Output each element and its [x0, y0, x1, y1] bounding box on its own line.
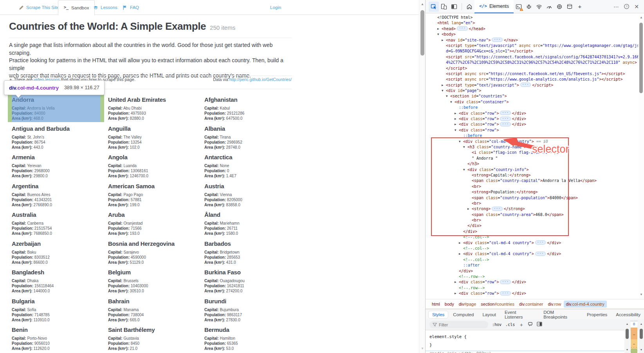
- expand-ellipsis-icon[interactable]: ···: [492, 207, 502, 211]
- dom-tree-line[interactable]: ::after: [426, 263, 638, 268]
- console-panel-icon[interactable]: [514, 2, 524, 12]
- breadcrumb-item[interactable]: div.container: [517, 301, 546, 308]
- expand-ellipsis-icon[interactable]: ···: [457, 26, 467, 31]
- element-state-icon[interactable]: [528, 322, 533, 328]
- scroll-up-arrow-icon[interactable]: ▲: [639, 16, 644, 19]
- dom-tree[interactable]: <!DOCTYPE html><html lang="en">▶<head>··…: [426, 15, 638, 298]
- scrollbar-thumb[interactable]: [640, 329, 643, 339]
- computed-sidebar-icon[interactable]: [537, 322, 542, 328]
- element-style-close[interactable]: }: [429, 341, 638, 349]
- dom-tree-line[interactable]: ▶<div class="row">···</div>: [426, 279, 638, 285]
- dom-tree-line[interactable]: <br>: [426, 184, 638, 189]
- toggle-hover-state-button[interactable]: :hov: [492, 322, 501, 327]
- scroll-down-arrow-icon[interactable]: ▼: [639, 348, 644, 351]
- more-options-icon[interactable]: ⋯: [611, 2, 621, 12]
- dom-tree-line[interactable]: <br>: [426, 201, 638, 206]
- dom-tree-line[interactable]: ▶<div class="col-md-4 country">···</div>: [426, 240, 638, 246]
- breadcrumb-item[interactable]: section#countries: [478, 301, 517, 308]
- element-style-rule[interactable]: element.style { }: [426, 330, 638, 353]
- dom-tree-line[interactable]: </h3>: [426, 161, 638, 167]
- data-source-link[interactable]: http://peric.github.io/GetCountries/: [229, 77, 292, 82]
- scroll-up-arrow-icon[interactable]: ▲: [639, 322, 644, 325]
- expand-arrow-icon[interactable]: ▶: [455, 111, 459, 116]
- dom-tree-line[interactable]: ▶<script type="text/javascript">···</scr…: [426, 83, 638, 88]
- dom-tree-line[interactable]: <span class="country-population">84000</…: [426, 195, 638, 201]
- dom-tree-line[interactable]: <!DOCTYPE html>: [426, 15, 638, 20]
- dom-tree-line[interactable]: </script>: [426, 66, 638, 71]
- dom-tree-line[interactable]: d=G-09N5RQCFG4&cx=c&_slc=1"></script>: [426, 49, 638, 54]
- scroll-up-arrow-icon[interactable]: ▲: [420, 2, 425, 6]
- dom-tree-line[interactable]: <script async src="https://connect.faceb…: [426, 71, 638, 77]
- dom-tree-line[interactable]: 4%2C77%2C67%2C109%2C59%2C58%2C31%2C96%2C…: [426, 60, 638, 65]
- collapse-arrow-icon[interactable]: ▼: [437, 32, 442, 37]
- expand-ellipsis-icon[interactable]: ···: [500, 280, 511, 284]
- dom-tree-line[interactable]: ▼<div class="country-info">: [426, 167, 638, 173]
- styles-tab-properties[interactable]: Properties: [583, 311, 611, 318]
- breadcrumb-item[interactable]: div.row: [545, 301, 563, 308]
- expand-arrow-icon[interactable]: ▶: [442, 38, 446, 43]
- dom-tree-line[interactable]: ▶<div class="col-md-4 country">···</div>: [426, 251, 638, 257]
- scroll-up-arrow-icon[interactable]: ▲: [625, 322, 630, 325]
- dom-tree-line[interactable]: <html lang="en">: [426, 20, 638, 26]
- expand-ellipsis-icon[interactable]: ···: [535, 240, 546, 245]
- scrollbar-thumb[interactable]: [626, 329, 629, 339]
- collapse-arrow-icon[interactable]: ▼: [459, 139, 463, 144]
- scroll-down-arrow-icon[interactable]: ▼: [639, 293, 644, 296]
- more-tabs-plus-icon[interactable]: +: [575, 2, 585, 12]
- expand-ellipsis-icon[interactable]: ···: [500, 111, 511, 115]
- expand-ellipsis-icon[interactable]: ···: [520, 83, 531, 87]
- toggle-class-button[interactable]: .cls: [505, 322, 515, 327]
- collapse-arrow-icon[interactable]: ▼: [442, 88, 446, 94]
- expand-arrow-icon[interactable]: ▶: [459, 240, 463, 246]
- nav-login-link[interactable]: Login: [270, 0, 281, 15]
- expand-ellipsis-icon[interactable]: ···: [500, 291, 511, 295]
- dom-tree-line[interactable]: <script type="text/javascript" async src…: [426, 43, 638, 49]
- styles-tab-dom-breakpoints[interactable]: DOM Breakpoints: [540, 309, 582, 321]
- dom-tree-line[interactable]: " Andorra ": [426, 156, 638, 161]
- dom-tree-line[interactable]: ▼<body>: [426, 32, 638, 37]
- welcome-home-icon[interactable]: [464, 2, 474, 12]
- dom-tree-line[interactable]: ▼...<div class="col-md-4 country"> == $0: [426, 139, 638, 144]
- dom-tree-line[interactable]: <!--.col-->: [426, 257, 638, 263]
- expand-arrow-icon[interactable]: ▶: [455, 291, 459, 296]
- dock-side-icon[interactable]: [449, 2, 459, 12]
- debugger-bug-icon[interactable]: [524, 2, 534, 12]
- dom-tree-line[interactable]: ▶<div class="row">···</div>: [426, 122, 638, 127]
- dom-tree-line[interactable]: ::before: [426, 105, 638, 110]
- expand-arrow-icon[interactable]: ▶: [467, 206, 472, 212]
- page-scrollbar-thumb[interactable]: [420, 10, 424, 56]
- storage-cylinder-icon[interactable]: [565, 2, 575, 12]
- pane-scrollbar[interactable]: ▲ ▼: [639, 321, 644, 353]
- styles-tab-accessibility[interactable]: Accessibility: [612, 311, 644, 318]
- network-wifi-icon[interactable]: [534, 2, 544, 12]
- expand-arrow-icon[interactable]: ▶: [455, 122, 459, 127]
- breadcrumb-item[interactable]: div.col-md-4.country: [564, 301, 607, 308]
- collapse-arrow-icon[interactable]: ▼: [463, 144, 467, 150]
- dom-tree-line[interactable]: <br>: [426, 218, 638, 223]
- dom-tree-line[interactable]: ▼<div id="page">: [426, 88, 638, 94]
- dom-tree-line[interactable]: </div>: [426, 268, 638, 274]
- styles-tab-layout[interactable]: Layout: [479, 311, 500, 318]
- dom-tree-line[interactable]: ▼<section id="countries">: [426, 94, 638, 99]
- dom-tree-line[interactable]: <!--.row-->: [426, 274, 638, 279]
- styles-tab-computed[interactable]: Computed: [449, 311, 477, 318]
- dom-tree-line[interactable]: <script async src="https://www.google-an…: [426, 77, 638, 82]
- scroll-down-arrow-icon[interactable]: ▼: [625, 348, 630, 351]
- device-toolbar-icon[interactable]: [439, 2, 449, 12]
- collapse-arrow-icon[interactable]: ▼: [446, 94, 450, 99]
- dom-tree-line[interactable]: ▶<head>···</head>: [426, 26, 638, 32]
- performance-gauge-icon[interactable]: [544, 2, 554, 12]
- dom-tree-line[interactable]: </div>: [426, 223, 638, 229]
- dom-tree-line[interactable]: <strong>Capital:</strong>: [426, 173, 638, 178]
- inspect-element-icon[interactable]: [429, 2, 439, 12]
- dom-tree-line[interactable]: </div>: [426, 229, 638, 234]
- expand-arrow-icon[interactable]: ▶: [455, 116, 459, 122]
- dom-tree-line[interactable]: ▶<strong>···</strong>: [426, 206, 638, 212]
- styles-scrollbar[interactable]: ▲ ▼: [624, 321, 630, 353]
- nav-faq-link[interactable]: FAQ: [123, 0, 139, 15]
- dom-tree-line[interactable]: <!--.col-->: [426, 246, 638, 251]
- dom-tree-line[interactable]: <strong>Population:</strong>: [426, 189, 638, 195]
- styles-tab-styles[interactable]: Styles: [429, 311, 448, 318]
- dom-tree-line[interactable]: <!--.col-->: [426, 234, 638, 240]
- dom-tree-line[interactable]: ▼<h3 class="country-name">: [426, 144, 638, 150]
